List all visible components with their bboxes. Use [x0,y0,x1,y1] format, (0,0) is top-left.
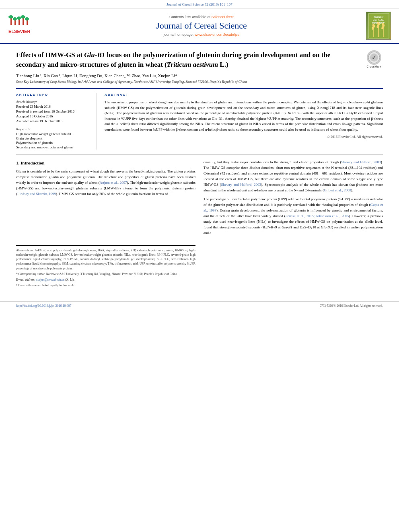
doi-link[interactable]: http://dx.doi.org/10.1016/j.jcs.2016.10.… [16,304,71,308]
section-divider [16,154,383,155]
sciencedirect-line: Contents lists available at ScienceDirec… [39,15,364,19]
bottom-copyright: 0733-5210/© 2016 Elsevier Ltd. All right… [320,304,383,308]
ref-lindsay[interactable]: Lindsay and Skerritt, 1999 [17,192,56,196]
svg-point-5 [17,16,21,20]
journal-title-main: Journal of Cereal Science [39,21,364,31]
body-col-right: quantity, but they make major contributi… [204,160,383,289]
affiliation-text: State Key Laboratory of Crop Stress Biol… [16,80,383,84]
journal-cover-image: Journal of CEREAL SCIENCE [368,13,390,39]
svg-point-1 [8,15,13,18]
crossmark-label: CrossMark [365,65,383,69]
keyword-3: Polymerization of glutenin [16,141,90,145]
footnote-abbreviations: Abbreviations: A-PAGE, acid polyacrylami… [16,248,195,271]
journal-logo-right: Journal of CEREAL SCIENCE [364,12,393,40]
abstract-copyright: © 2016 Elsevier Ltd. All rights reserved… [105,135,383,139]
ref-ferrise[interactable]: Ferrise et al., 2015; Johansson et al., … [286,214,349,218]
svg-text:CEREAL: CEREAL [372,18,385,21]
footnotes: Abbreviations: A-PAGE, acid polyacrylami… [16,245,195,288]
journal-volume-ref: Journal of Cereal Science 72 (2016) 101–… [167,2,232,6]
ref-anjum[interactable]: Anjum et al., 2007 [100,181,127,185]
intro-para-1: Gluten is considered to be the main comp… [16,169,195,197]
accepted-date: Accepted 18 October 2016 [16,114,90,118]
svg-point-3 [13,17,17,21]
elsevier-logo-area: ELSEVIER [6,15,39,37]
abstract-col: ABSTRACT The viscoelastic properties of … [105,93,383,150]
info-abstract-section: ARTICLE INFO Article history: Received 2… [16,88,383,150]
footnote-email: E-mail address: xuejun@nwsuaf.edu.cn (X.… [16,277,195,282]
main-content: Effects of HMW-GS at Glu-B1 locus on the… [0,44,399,297]
abstract-body: The viscoelastic properties of wheat dou… [105,100,383,132]
intro-para-3: The percentage of unextractable polymeri… [204,197,383,236]
svg-text:ELSEVIER: ELSEVIER [8,29,30,34]
history-label: Article history: [16,100,90,104]
body-col-left: 1. Introduction Gluten is considered to … [16,160,195,289]
footnote-equal: ¹ These authors contributed equally to t… [16,283,195,288]
ref-gupta[interactable]: Gupta et al., 1993 [204,203,383,212]
keywords-section: Keywords: High-molecular-weight glutenin… [16,127,90,149]
revised-date: Received in revised form 16 October 2016 [16,109,90,113]
journal-homepage: journal homepage: www.elsevier.com/locat… [39,33,364,37]
crossmark-icon: ✓ [367,50,381,65]
article-info-col: ARTICLE INFO Article history: Received 2… [16,93,97,150]
ref-shewry1[interactable]: Shewry and Halford, 2003 [341,160,381,164]
article-title-block: Effects of HMW-GS at Glu-B1 locus on the… [16,50,383,70]
article-info-heading: ARTICLE INFO [16,93,90,97]
keyword-4: Secondary and micro-structures of gluten [16,145,90,149]
keyword-1: High-molecular-weight glutenin subunit [16,132,90,136]
received-date: Received 23 March 2016 [16,105,90,109]
article-title-text: Effects of HMW-GS at Glu-B1 locus on the… [16,51,330,68]
svg-point-9 [25,17,29,21]
keywords-label: Keywords: [16,127,90,131]
bottom-bar: http://dx.doi.org/10.1016/j.jcs.2016.10.… [0,301,399,310]
journal-center: Contents lists available at ScienceDirec… [39,15,364,37]
crossmark-badge[interactable]: ✓ CrossMark [365,50,383,69]
keyword-2: Grain development [16,136,90,140]
email-link[interactable]: xuejun@nwsuaf.edu.cn [36,278,65,281]
body-section: 1. Introduction Gluten is considered to … [16,160,383,289]
available-date: Available online 19 October 2016 [16,119,90,123]
footnote-corresponding: * Corresponding author. Northwest A&F Un… [16,272,195,276]
journal-reference-bar: Journal of Cereal Science 72 (2016) 101–… [0,0,399,8]
ref-gilbert[interactable]: Gilbert et al., 2000 [324,188,351,192]
journal-logo-box: Journal of CEREAL SCIENCE [366,12,391,40]
journal-header: ELSEVIER Contents lists available at Sci… [0,8,399,44]
intro-para-2: quantity, but they make major contributi… [204,160,383,193]
elsevier-logo-svg: ELSEVIER [6,15,39,37]
abstract-heading: ABSTRACT [105,93,383,97]
svg-point-7 [21,15,25,18]
ref-shewry2[interactable]: Shewry and Halford, 2003 [221,183,261,187]
intro-heading: 1. Introduction [16,160,195,166]
svg-text:Journal of: Journal of [373,16,383,18]
svg-text:✓: ✓ [372,54,376,61]
authors-line: Tianhong Liu ¹, Xin Gao ¹, Liqun Li, Den… [16,74,383,78]
